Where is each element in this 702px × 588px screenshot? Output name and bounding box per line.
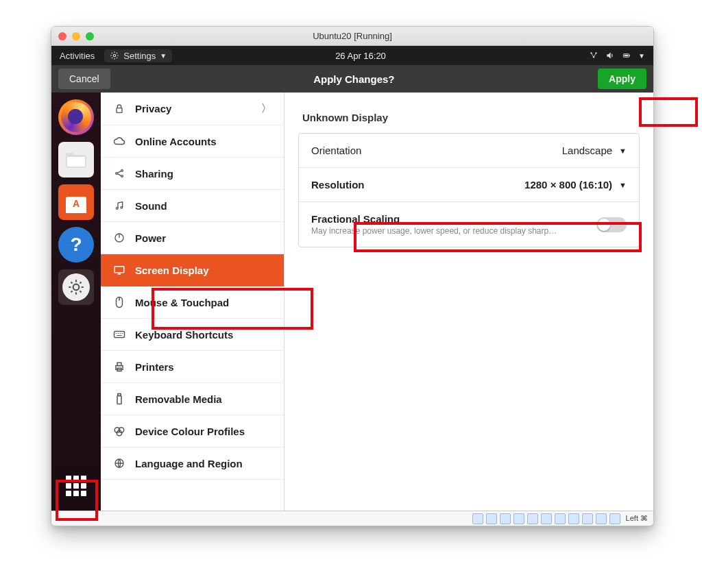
battery-icon[interactable] xyxy=(622,51,631,60)
vm-body: Activities Settings ▼ 26 Apr 16:20 ▼ Can… xyxy=(51,46,653,526)
usb-icon xyxy=(113,393,125,405)
svg-rect-20 xyxy=(117,363,121,365)
cancel-button[interactable]: Cancel xyxy=(58,69,110,89)
window-title: Ubuntu20 [Running] xyxy=(51,31,653,41)
svg-point-14 xyxy=(121,206,123,208)
display-icon xyxy=(113,264,125,276)
svg-rect-5 xyxy=(629,55,630,56)
mac-titlebar: Ubuntu20 [Running] xyxy=(51,27,653,46)
show-applications-button[interactable] xyxy=(58,468,94,504)
sidebar-item-power[interactable]: Power xyxy=(101,222,284,254)
resolution-value: 1280 × 800 (16:10) xyxy=(524,179,612,191)
firefox-icon xyxy=(61,102,91,132)
folder-icon xyxy=(64,150,88,169)
svg-point-13 xyxy=(116,208,118,210)
settings-sidebar: Privacy 〉 Online Accounts Sharing Sound xyxy=(101,93,285,511)
fractional-scaling-label: Fractional Scaling xyxy=(311,213,557,225)
svg-rect-22 xyxy=(117,396,121,404)
sb-disk-icon[interactable] xyxy=(472,513,483,524)
apply-changes-bar: Cancel Apply Changes? Apply xyxy=(51,65,653,93)
svg-rect-23 xyxy=(118,394,121,396)
sidebar-item-label: Keyboard Shortcuts xyxy=(135,329,233,341)
apply-button[interactable]: Apply xyxy=(598,69,646,89)
svg-point-0 xyxy=(114,54,117,57)
printer-icon xyxy=(113,360,125,373)
display-panel: Orientation Landscape ▼ Resolution 1280 … xyxy=(298,133,640,247)
svg-point-8 xyxy=(73,284,80,291)
sb-display-icon[interactable] xyxy=(555,513,566,524)
svg-rect-7 xyxy=(67,157,85,167)
sidebar-item-label: Mouse & Touchpad xyxy=(135,297,229,308)
sb-video-icon[interactable] xyxy=(582,513,593,524)
svg-rect-9 xyxy=(117,108,122,112)
svg-point-10 xyxy=(116,173,118,175)
share-icon xyxy=(113,167,125,180)
fractional-scaling-sub: May increase power usage, lower speed, o… xyxy=(311,226,557,236)
sb-shared-folder-icon[interactable] xyxy=(541,513,552,524)
dock-firefox[interactable] xyxy=(58,99,94,135)
sidebar-item-online-accounts[interactable]: Online Accounts xyxy=(101,125,284,158)
sidebar-item-label: Removable Media xyxy=(135,393,222,405)
chevron-right-icon: 〉 xyxy=(261,102,271,115)
sidebar-item-mouse-touchpad[interactable]: Mouse & Touchpad xyxy=(101,286,284,319)
sb-audio-icon[interactable] xyxy=(500,513,511,524)
svg-rect-18 xyxy=(114,332,125,338)
dock-settings[interactable] xyxy=(58,269,94,305)
sb-usb-icon[interactable] xyxy=(527,513,538,524)
dock-software[interactable] xyxy=(58,184,94,220)
svg-point-11 xyxy=(121,170,123,172)
gear-icon xyxy=(110,51,119,60)
sb-optical-icon[interactable] xyxy=(486,513,497,524)
sidebar-item-label: Screen Display xyxy=(135,265,209,276)
svg-point-12 xyxy=(121,175,123,177)
music-icon xyxy=(113,199,125,212)
gnome-top-bar: Activities Settings ▼ 26 Apr 16:20 ▼ xyxy=(51,46,653,65)
sidebar-item-sound[interactable]: Sound xyxy=(101,190,284,222)
activities-button[interactable]: Activities xyxy=(60,51,95,61)
network-icon[interactable] xyxy=(589,51,598,60)
sidebar-item-label: Online Accounts xyxy=(135,136,217,147)
sidebar-item-label: Power xyxy=(135,232,166,244)
sidebar-item-privacy[interactable]: Privacy 〉 xyxy=(101,93,284,125)
sb-network-icon[interactable] xyxy=(513,513,524,524)
fractional-scaling-switch[interactable] xyxy=(596,217,627,232)
sidebar-item-removable-media[interactable]: Removable Media xyxy=(101,383,284,415)
sidebar-item-printers[interactable]: Printers xyxy=(101,351,284,383)
sidebar-item-colour-profiles[interactable]: Device Colour Profiles xyxy=(101,415,284,448)
keyboard-icon xyxy=(113,328,125,341)
question-icon: ? xyxy=(70,234,82,256)
dock-help[interactable]: ? xyxy=(58,227,94,262)
sidebar-item-keyboard-shortcuts[interactable]: Keyboard Shortcuts xyxy=(101,319,284,351)
display-settings-page: Unknown Display Orientation Landscape ▼ … xyxy=(285,93,653,511)
gear-icon xyxy=(67,278,85,296)
sidebar-item-label: Privacy xyxy=(135,103,171,114)
orientation-row[interactable]: Orientation Landscape ▼ xyxy=(299,134,639,168)
sidebar-item-sharing[interactable]: Sharing xyxy=(101,158,284,190)
resolution-row[interactable]: Resolution 1280 × 800 (16:10) ▼ xyxy=(299,168,639,202)
sb-record-icon[interactable] xyxy=(568,513,579,524)
vm-window: Ubuntu20 [Running] Activities Settings ▼… xyxy=(51,26,654,526)
sidebar-item-label: Sound xyxy=(135,200,167,212)
sb-download-icon[interactable] xyxy=(609,513,620,524)
apply-changes-title: Apply Changes? xyxy=(313,73,394,85)
volume-icon[interactable] xyxy=(605,51,615,60)
orientation-value: Landscape xyxy=(562,145,612,156)
orientation-label: Orientation xyxy=(311,145,361,156)
sb-globe-icon[interactable] xyxy=(596,513,607,524)
sidebar-item-label: Sharing xyxy=(135,168,173,180)
sidebar-item-screen-display[interactable]: Screen Display xyxy=(101,254,284,286)
svg-rect-16 xyxy=(114,267,124,273)
svg-rect-6 xyxy=(625,55,629,56)
resolution-label: Resolution xyxy=(311,179,365,191)
sidebar-item-label: Language and Region xyxy=(135,458,243,469)
dock-files[interactable] xyxy=(58,142,94,177)
app-menu[interactable]: Settings ▼ xyxy=(104,49,172,62)
host-key-indicator: Left ⌘ xyxy=(626,514,648,523)
system-menu-chevron-icon[interactable]: ▼ xyxy=(638,52,645,60)
cloud-icon xyxy=(113,135,125,147)
display-section-title: Unknown Display xyxy=(302,112,640,123)
sidebar-item-language-region[interactable]: Language and Region xyxy=(101,448,284,480)
fractional-scaling-row: Fractional Scaling May increase power us… xyxy=(299,202,639,247)
chevron-down-icon: ▼ xyxy=(619,181,627,189)
vm-status-bar: Left ⌘ xyxy=(51,511,653,526)
